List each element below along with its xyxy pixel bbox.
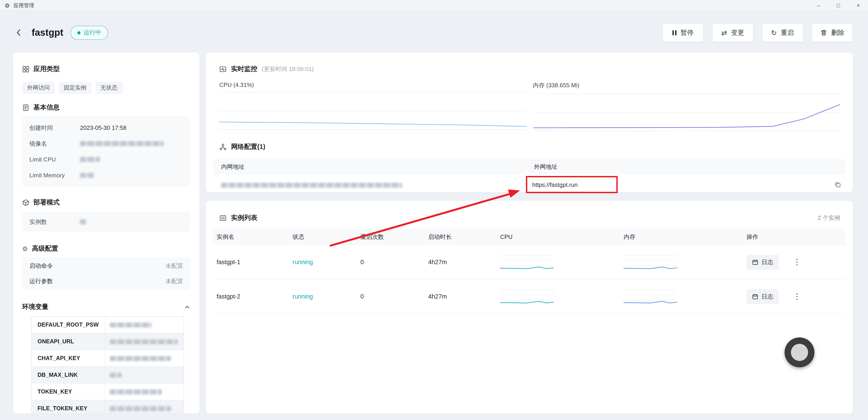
network-title: 网络配置(1) — [231, 142, 265, 152]
env-row: DEFAULT_ROOT_PSW — [32, 317, 184, 333]
instances-table-header: 实例名 状态 重启次数 启动时长 CPU 内存 操作 — [213, 229, 846, 245]
section-app-type: 应用类型 — [22, 64, 190, 74]
section-deploy-mode: 部署模式 — [22, 198, 190, 207]
env-row: ONEAPI_URL — [32, 333, 184, 350]
logs-label: 日志 — [762, 293, 773, 301]
network-table: 内网地址 外网地址 https://fastgpt.run — [213, 159, 846, 194]
advanced-config-block: 启动命令 未配置 运行参数 未配置 — [22, 258, 190, 290]
monitoring-update-time: (更新时间 18:06:01) — [262, 64, 314, 74]
redacted-value — [110, 322, 152, 327]
change-label: 变更 — [731, 28, 744, 37]
back-button[interactable] — [13, 27, 24, 38]
external-url-link[interactable]: https://fastgpt.run — [532, 181, 578, 188]
info-value: 未配置 — [165, 262, 183, 270]
info-label: 运行参数 — [29, 277, 53, 286]
change-button[interactable]: ⇄ 变更 — [712, 23, 753, 42]
trash-icon — [820, 29, 827, 36]
redacted-internal-address — [221, 182, 402, 187]
logs-button[interactable]: 日志 — [747, 289, 779, 304]
gear-icon: ⚙ — [22, 245, 28, 252]
tag-stateless: 无状态 — [95, 82, 122, 94]
restart-button[interactable]: ↻ 重启 — [762, 23, 803, 42]
instance-name: fastgpt-2 — [213, 293, 289, 300]
monitoring-title-row: 实时监控 (更新时间 18:06:01) — [206, 53, 853, 74]
instances-title-row: 实例列表 2 个实例 — [206, 201, 853, 222]
network-table-row: https://fastgpt.run — [213, 175, 846, 194]
swap-icon: ⇄ — [721, 29, 727, 36]
info-value: 未配置 — [165, 277, 183, 286]
info-value: 2023-05-30 17:58 — [80, 124, 126, 131]
instance-cpu-sparkline — [500, 286, 554, 307]
minimize-button[interactable]: – — [809, 0, 829, 11]
row-menu-button[interactable]: ⋮ — [793, 258, 801, 266]
chevron-up-icon — [184, 304, 190, 310]
maximize-button[interactable]: □ — [829, 0, 848, 11]
info-row-start-command: 启动命令 未配置 — [29, 258, 183, 274]
app-gear-icon: ⚙ — [4, 2, 10, 8]
logs-label: 日志 — [762, 258, 773, 266]
copy-button[interactable] — [834, 181, 841, 188]
instance-row: fastgpt-1 running 0 4h27m 日志 ⋮ — [213, 245, 846, 279]
info-label: 创建时间 — [29, 124, 80, 132]
app-type-tags: 外网访问 固定实例 无状态 — [22, 82, 190, 94]
pause-button[interactable]: 暂停 — [662, 23, 704, 42]
cursor-highlight-center — [791, 344, 808, 361]
info-label: Limit CPU — [29, 156, 80, 163]
memory-chart: 内存 (338.655 Mi) — [533, 82, 840, 131]
close-button[interactable]: × — [848, 0, 868, 11]
list-icon — [219, 214, 226, 221]
instance-memory-sparkline — [624, 286, 677, 307]
cursor-highlight — [784, 337, 814, 367]
instance-status: running — [289, 293, 357, 300]
restart-label: 重启 — [781, 28, 794, 37]
cpu-chart-label: CPU (4.31%) — [219, 82, 527, 93]
redacted-value — [80, 219, 86, 224]
logs-button[interactable]: 日志 — [747, 255, 779, 270]
col-external-address: 外网地址 — [526, 163, 846, 171]
redacted-value — [80, 141, 164, 146]
app-detail-sidebar: 应用类型 外网访问 固定实例 无状态 基本信息 创建时间 2023-05-30 … — [13, 53, 199, 414]
env-key: DB_MAX_LINK — [32, 372, 105, 378]
external-url-highlight-box: https://fastgpt.run — [526, 176, 618, 193]
section-title: 基本信息 — [33, 103, 60, 112]
instance-row: fastgpt-2 running 0 4h27m 日志 ⋮ — [213, 279, 846, 314]
col-internal-address: 内网地址 — [213, 163, 526, 171]
network-icon — [219, 143, 226, 150]
collapse-env-button[interactable] — [184, 304, 190, 310]
col-status: 状态 — [289, 233, 357, 241]
instance-restarts: 0 — [357, 259, 425, 266]
deploy-mode-block: 实例数 — [22, 212, 190, 232]
app-window: ⚙ 应用管理 – □ × fastgpt 运行中 暂停 — [0, 0, 868, 420]
info-row-instance-count: 实例数 — [29, 214, 183, 230]
instance-cpu-sparkline — [500, 252, 554, 273]
info-row-run-args: 运行参数 未配置 — [29, 274, 183, 289]
pause-label: 暂停 — [681, 28, 694, 37]
copy-icon — [834, 181, 841, 188]
delete-button[interactable]: 删除 — [812, 23, 853, 42]
info-row-image: 镜像名 — [29, 136, 183, 152]
pause-icon — [673, 30, 677, 35]
cpu-chart-plot — [219, 93, 527, 130]
monitoring-card: 实时监控 (更新时间 18:06:01) CPU (4.31%) 内存 (338… — [206, 53, 853, 192]
grid-icon — [22, 65, 29, 72]
info-label: 启动命令 — [29, 262, 53, 270]
info-label: 实例数 — [29, 218, 80, 226]
col-memory: 内存 — [620, 233, 743, 241]
info-label: 镜像名 — [29, 140, 80, 148]
tag-fixed-instance: 固定实例 — [59, 82, 91, 94]
section-title: 应用类型 — [33, 65, 60, 73]
info-row-limit-cpu: Limit CPU — [29, 152, 183, 168]
calendar-icon — [752, 259, 758, 265]
monitoring-charts: CPU (4.31%) 内存 (338.655 Mi) — [219, 82, 840, 131]
section-title: 环境变量 — [22, 303, 49, 311]
redacted-value — [110, 389, 162, 394]
instance-memory-sparkline — [624, 252, 677, 273]
row-menu-button[interactable]: ⋮ — [793, 293, 801, 300]
instances-table: 实例名 状态 重启次数 启动时长 CPU 内存 操作 fastgpt-1 run… — [213, 229, 846, 314]
section-basic-info: 基本信息 — [22, 103, 190, 112]
env-row: CHAT_API_KEY — [32, 350, 184, 366]
col-actions: 操作 — [743, 233, 846, 241]
redacted-value — [110, 339, 178, 344]
info-row-created: 创建时间 2023-05-30 17:58 — [29, 120, 183, 136]
status-label: 运行中 — [84, 29, 101, 37]
